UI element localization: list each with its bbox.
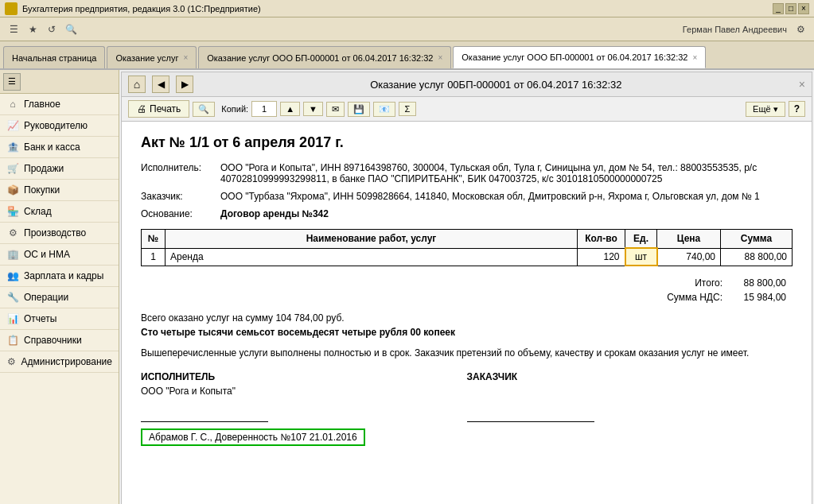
print-button[interactable]: 🖨 Печать <box>128 100 189 118</box>
preview-button[interactable]: 🔍 <box>193 102 215 117</box>
favorites-icon[interactable]: ★ <box>24 21 41 38</box>
col-unit: Ед. <box>625 230 657 249</box>
copies-down-btn[interactable]: ▼ <box>303 102 323 116</box>
tab-services[interactable]: Оказание услуг × <box>107 46 197 68</box>
sales-icon: 🛒 <box>6 162 19 175</box>
main-layout: ☰ ⌂ Главное 📈 Руководителю 🏦 Банк и касс… <box>0 70 814 504</box>
history-icon[interactable]: ↺ <box>43 21 60 38</box>
tab-doc-1[interactable]: Оказание услуг ООО БП-000001 от 06.04.20… <box>198 46 451 68</box>
sidebar: ☰ ⌂ Главное 📈 Руководителю 🏦 Банк и касс… <box>0 70 119 504</box>
signatories-section: ИСПОЛНИТЕЛЬ ООО "Рога и Копыта" Абрамов … <box>141 371 793 446</box>
copies-input[interactable] <box>251 101 277 117</box>
sidebar-item-rukovoditelyu[interactable]: 📈 Руководителю <box>0 115 119 137</box>
title-bar: Бухгалтерия предприятия, редакция 3.0 (1… <box>0 0 814 17</box>
more-button[interactable]: Ещё ▾ <box>746 102 785 117</box>
production-icon: ⚙ <box>6 227 19 239</box>
sidebar-item-operacii[interactable]: 🔧 Операции <box>0 287 119 308</box>
client-row: Заказчик: ООО "Турбаза "Яхрома", ИНН 509… <box>141 191 793 202</box>
menu-icon[interactable]: ☰ <box>5 21 22 38</box>
col-num: № <box>142 230 166 249</box>
sidebar-item-bank[interactable]: 🏦 Банк и касса <box>0 137 119 158</box>
col-price: Цена <box>657 230 721 249</box>
row-num: 1 <box>142 248 166 266</box>
completion-text: Вышеперечисленные услуги выполнены полно… <box>141 346 793 360</box>
sidebar-item-otchety[interactable]: 📊 Отчеты <box>0 308 119 330</box>
sidebar-item-proizvodstvo[interactable]: ⚙ Производство <box>0 223 119 244</box>
search-icon[interactable]: 🔍 <box>62 21 80 38</box>
reports-icon: 📊 <box>6 312 19 325</box>
client-label: Заказчик: <box>141 191 220 202</box>
content-area: ⌂ ◀ ▶ Оказание услуг 00БП-000001 от 06.0… <box>119 70 814 504</box>
tab-home[interactable]: Начальная страница <box>3 46 105 68</box>
row-qty: 120 <box>578 248 625 266</box>
sidebar-item-admin[interactable]: ⚙ Администрирование <box>0 351 119 373</box>
tab-close-doc1[interactable]: × <box>438 53 442 62</box>
user-info: Герман Павел Андреевич <box>683 25 787 34</box>
executor-signatory: ИСПОЛНИТЕЛЬ ООО "Рога и Копыта" Абрамов … <box>141 371 467 446</box>
maximize-button[interactable]: □ <box>785 3 796 14</box>
tab-close-services[interactable]: × <box>183 53 188 62</box>
operations-icon: 🔧 <box>6 291 19 304</box>
printer-icon: 🖨 <box>137 103 146 114</box>
tab-bar: Начальная страница Оказание услуг × Оказ… <box>0 41 814 70</box>
basis-row: Основание: Договор аренды №342 <box>141 208 793 219</box>
sidebar-item-zarplata[interactable]: 👥 Зарплата и кадры <box>0 266 119 287</box>
col-name: Наименование работ, услуг <box>166 230 578 249</box>
attorney-text: Абрамов Г. С., Доверенность №107 21.01.2… <box>141 428 365 446</box>
sidebar-item-os-nma[interactable]: 🏢 ОС и НМА <box>0 244 119 266</box>
executor-label: Исполнитель: <box>141 162 220 184</box>
admin-icon: ⚙ <box>6 355 17 368</box>
itogo-value: 88 800,00 <box>729 276 793 290</box>
executor-sign-title: ИСПОЛНИТЕЛЬ <box>141 371 467 382</box>
doc-toolbar: 🖨 Печать 🔍 Копий: ▲ ▼ ✉ 💾 📧 Σ Ещё ▾ ? <box>122 97 812 122</box>
col-qty: Кол-во <box>578 230 625 249</box>
attorney-box-container: Абрамов Г. С., Доверенность №107 21.01.2… <box>141 425 467 446</box>
email-button[interactable]: 📧 <box>373 102 395 117</box>
tab-close-doc2[interactable]: × <box>693 53 698 62</box>
warehouse-icon: 🏪 <box>6 205 19 218</box>
row-price: 740,00 <box>657 248 721 266</box>
home-icon: ⌂ <box>6 98 19 110</box>
doc-forward-btn[interactable]: ▶ <box>176 76 193 93</box>
sidebar-item-spravochniki[interactable]: 📋 Справочники <box>0 330 119 351</box>
document-window: ⌂ ◀ ▶ Оказание услуг 00БП-000001 от 06.0… <box>121 72 812 504</box>
nds-value: 15 984,00 <box>729 290 793 304</box>
doc-close-btn[interactable]: × <box>799 78 805 91</box>
sidebar-item-pokupki[interactable]: 📦 Покупки <box>0 180 119 201</box>
client-signature-line <box>467 406 594 422</box>
col-total: Сумма <box>721 230 793 249</box>
sidebar-item-sklad[interactable]: 🏪 Склад <box>0 201 119 223</box>
executor-signature-line <box>141 406 268 422</box>
client-signatory: ЗАКАЗЧИК <box>467 371 793 446</box>
sigma-button[interactable]: Σ <box>399 102 416 116</box>
minimize-button[interactable]: _ <box>773 3 784 14</box>
doc-home-btn[interactable]: ⌂ <box>128 76 146 93</box>
doc-content: Акт № 1/1 от 6 апреля 2017 г. Исполнител… <box>122 122 812 504</box>
tab-doc-2[interactable]: Оказание услуг ООО БП-000001 от 06.04.20… <box>453 46 706 68</box>
executor-row: Исполнитель: ООО "Рога и Копыта", ИНН 89… <box>141 162 793 184</box>
window-controls[interactable]: _ □ × <box>773 3 809 14</box>
client-sign-title: ЗАКАЗЧИК <box>467 371 793 382</box>
client-sign-name <box>467 386 793 397</box>
refs-icon: 📋 <box>6 334 19 347</box>
save-button[interactable]: 💾 <box>348 102 370 117</box>
doc-back-btn[interactable]: ◀ <box>152 76 169 93</box>
copies-up-btn[interactable]: ▲ <box>280 102 300 116</box>
close-button[interactable]: × <box>798 3 809 14</box>
sum-words: Сто четыре тысячи семьсот восемьдесят че… <box>141 327 793 338</box>
totals-section: Итого: 88 800,00 Сумма НДС: 15 984,00 <box>141 276 793 304</box>
top-toolbar: ☰ ★ ↺ 🔍 Герман Павел Андреевич ⚙ <box>0 17 814 41</box>
title-bar-text: Бухгалтерия предприятия, редакция 3.0 (1… <box>22 4 773 14</box>
send-button[interactable]: ✉ <box>326 102 345 117</box>
client-value: ООО "Турбаза "Яхрома", ИНН 5099828664, 1… <box>220 191 793 202</box>
sidebar-item-glavnoe[interactable]: ⌂ Главное <box>0 94 119 115</box>
sidebar-toolbar: ☰ <box>0 70 119 94</box>
settings-icon[interactable]: ⚙ <box>792 21 809 38</box>
help-button[interactable]: ? <box>789 101 805 117</box>
chart-icon: 📈 <box>6 119 19 132</box>
sidebar-item-prodazhi[interactable]: 🛒 Продажи <box>0 158 119 180</box>
act-title: Акт № 1/1 от 6 апреля 2017 г. <box>141 134 793 151</box>
basis-value: Договор аренды №342 <box>220 208 793 219</box>
app-icon <box>5 2 18 15</box>
sidebar-menu-btn[interactable]: ☰ <box>3 73 21 91</box>
